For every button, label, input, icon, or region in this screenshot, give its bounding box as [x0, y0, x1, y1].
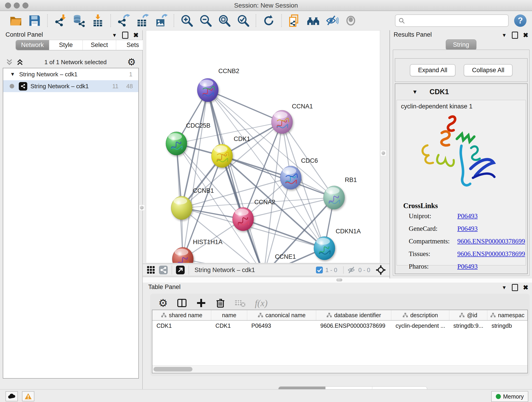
add-column-icon[interactable]	[196, 298, 206, 308]
refresh-icon[interactable]	[262, 14, 275, 27]
network-collection-row[interactable]: ▼ String Network – cdk1 1	[3, 68, 138, 80]
zoom-out-icon[interactable]	[199, 14, 212, 27]
memory-button[interactable]: Memory	[491, 391, 528, 402]
network-share-view-icon[interactable]	[159, 265, 168, 274]
panel-minimize-icon[interactable]: ▼	[502, 285, 507, 290]
node-HIST1H1A[interactable]	[172, 247, 193, 263]
column-header-@id[interactable]: @id	[449, 310, 488, 320]
table-options-gear-icon[interactable]: ⚙	[158, 298, 168, 308]
panel-close-icon[interactable]: ✖	[523, 32, 528, 38]
warnings-button[interactable]	[22, 391, 34, 401]
left-splitter-handle[interactable]	[139, 205, 145, 211]
selected-checkbox-icon[interactable]	[316, 266, 323, 274]
crosslink-link[interactable]: P06493	[457, 263, 478, 270]
table-cell[interactable]: stringdb:9...	[449, 321, 488, 331]
expand-all-button[interactable]: Expand All	[410, 64, 456, 76]
node-CCNA1[interactable]	[272, 110, 293, 134]
column-header-shared-name[interactable]: shared name	[152, 310, 211, 320]
network-row-selected[interactable]: String Network – cdk1 11 48	[3, 80, 138, 92]
node-result-header[interactable]: ▼ CDK1	[395, 84, 527, 100]
edge-h1-e1[interactable]	[183, 259, 264, 263]
hide-selected-icon[interactable]	[325, 14, 339, 27]
table-cell[interactable]: 9606.ENSP00000378699	[316, 321, 391, 331]
import-network-file-icon[interactable]	[54, 14, 67, 27]
toolbar-separator	[110, 14, 111, 27]
cloud-status-button[interactable]	[6, 391, 18, 401]
node-CDC25B[interactable]	[166, 132, 187, 155]
column-header-namespac[interactable]: namespac	[487, 310, 527, 320]
hidden-eye-icon[interactable]	[347, 266, 356, 274]
entry-disclosure-icon[interactable]: ▼	[412, 89, 418, 95]
help-button[interactable]: ?	[514, 14, 526, 27]
crosslink-link[interactable]: 9606.ENSP00000378699	[457, 237, 525, 245]
node-RB1[interactable]	[323, 186, 345, 209]
zoom-fit-icon[interactable]	[218, 14, 231, 27]
column-header-canonical-name[interactable]: canonical name	[247, 310, 316, 320]
node-CCNB2[interactable]	[197, 78, 218, 102]
first-neighbors-icon[interactable]	[307, 14, 320, 27]
node-CDC6[interactable]	[280, 166, 301, 189]
zoom-in-icon[interactable]	[180, 14, 193, 27]
crosslink-link[interactable]: P06493	[457, 225, 478, 232]
node-CCNB1[interactable]	[171, 196, 192, 220]
save-session-icon[interactable]	[28, 14, 41, 27]
crosshair-mode-icon[interactable]	[376, 265, 386, 275]
new-network-from-selection-icon[interactable]	[288, 14, 301, 27]
collapse-all-button[interactable]: Collapse All	[464, 64, 513, 76]
delete-column-icon[interactable]	[215, 298, 225, 308]
edge-b2-p21[interactable]	[208, 90, 324, 248]
panel-float-icon[interactable]	[512, 284, 518, 291]
network-view: CCNB2CCNA1CDC25BCDK1CDC6RB1CCNB1CCNA2CDK…	[143, 30, 389, 279]
tab-network[interactable]: Network	[16, 40, 49, 50]
table-cell[interactable]: stringdb	[487, 321, 527, 331]
edge-b2-rb[interactable]	[208, 90, 334, 198]
table-container: ⚙ f(x) shared namenamecanonical namedata…	[150, 294, 530, 376]
results-tab-string[interactable]: String	[446, 39, 476, 50]
tab-style[interactable]: Style	[49, 40, 83, 50]
grid-view-icon[interactable]	[146, 265, 156, 274]
node-CDK1[interactable]	[211, 144, 233, 167]
search-input[interactable]	[405, 17, 505, 25]
network-edges[interactable]	[177, 90, 334, 263]
horizontal-splitter-handle[interactable]	[336, 279, 342, 281]
collection-disclosure-icon[interactable]: ▼	[10, 71, 15, 77]
export-image-icon[interactable]	[154, 14, 168, 27]
crosslink-link[interactable]: P06493	[457, 212, 478, 220]
panel-minimize-icon[interactable]: ▼	[502, 33, 507, 38]
scrollbar-thumb[interactable]	[153, 367, 192, 371]
column-header-name[interactable]: name	[211, 310, 247, 320]
table-cell[interactable]: cyclin-dependent ...	[391, 321, 449, 331]
column-header-description[interactable]: description	[391, 310, 449, 320]
table-cell[interactable]: CDK1	[152, 321, 211, 331]
network-canvas[interactable]: CCNB2CCNA1CDC25BCDK1CDC6RB1CCNB1CCNA2CDK…	[146, 30, 380, 263]
network-options-gear-icon[interactable]: ⚙	[127, 57, 136, 67]
panel-close-icon[interactable]: ✖	[523, 284, 528, 291]
collapse-all-networks-icon[interactable]	[16, 58, 24, 66]
export-table-icon[interactable]	[136, 14, 149, 27]
zoom-selected-icon[interactable]	[236, 14, 250, 27]
tab-select[interactable]: Select	[83, 40, 116, 50]
panel-float-icon[interactable]	[512, 32, 518, 39]
open-session-icon[interactable]	[9, 14, 22, 27]
edge-b2-a1[interactable]	[208, 90, 282, 122]
birdseye-view-icon[interactable]	[176, 265, 185, 274]
show-all-icon[interactable]	[344, 14, 357, 27]
export-network-icon[interactable]	[117, 14, 130, 27]
crosslink-link[interactable]: 9606.ENSP00000378699	[457, 250, 525, 258]
column-header-database-identifier[interactable]: database identifier	[316, 310, 391, 320]
node-CCNA2[interactable]	[233, 207, 254, 231]
table-cell[interactable]: CDK1	[211, 321, 247, 331]
panel-close-icon[interactable]: ✖	[133, 32, 139, 38]
panel-minimize-icon[interactable]: ▼	[112, 33, 117, 38]
import-network-database-icon[interactable]	[72, 14, 86, 27]
table-cell[interactable]: P06493	[247, 321, 316, 331]
show-columns-icon[interactable]	[177, 298, 187, 308]
crosslink-row: Compartments:9606.ENSP00000378699	[409, 237, 526, 245]
import-table-icon[interactable]	[91, 14, 104, 27]
right-splitter-handle[interactable]	[380, 150, 386, 156]
table-horizontal-scrollbar[interactable]	[152, 365, 527, 373]
node-CDKN1A[interactable]	[314, 236, 335, 260]
panel-float-icon[interactable]	[122, 32, 128, 39]
search-field[interactable]	[395, 14, 509, 27]
expand-all-networks-icon[interactable]	[6, 58, 13, 66]
